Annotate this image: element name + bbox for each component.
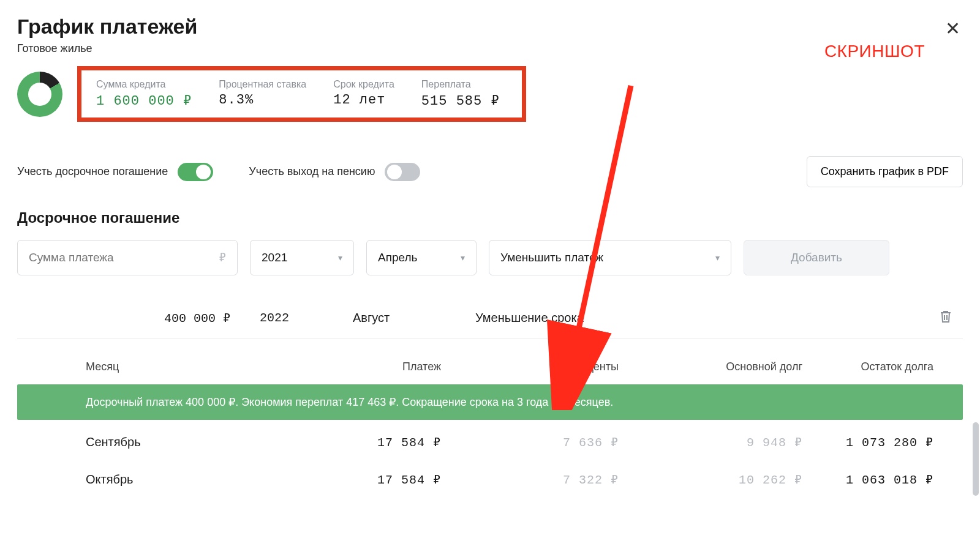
metric-rate: Процентная ставка 8.3% [219,79,306,109]
toggle-early-repayment-field: Учесть досрочное погашение [17,163,213,181]
scrollbar[interactable] [973,422,979,496]
metric-label: Срок кредита [333,79,394,90]
close-icon[interactable]: ✕ [943,17,963,40]
select-value: Уменьшить платеж [500,251,603,264]
prepay-entry-type: Уменьшение срока [475,311,940,325]
page-title: График платежей [17,15,197,39]
input-placeholder: Сумма платежа [29,251,114,264]
cell-interest: 7 636 ₽ [459,435,637,450]
th-month: Месяц [86,360,288,373]
cell-interest: 7 322 ₽ [459,472,637,487]
prepay-entry-amount: 400 000 ₽ [28,310,249,326]
metric-label: Процентная ставка [219,79,306,90]
cell-month: Октябрь [86,472,288,487]
select-value: 2021 [262,251,287,264]
chevron-down-icon: ▾ [461,253,465,263]
prepayment-entry-row: 400 000 ₽ 2022 Август Уменьшение срока [17,310,963,338]
prepay-year-select[interactable]: 2021 ▾ [250,240,354,275]
th-interest: Проценты [459,360,637,373]
page-subtitle: Готовое жилье [17,42,197,55]
table-row: Сентябрь 17 584 ₽ 7 636 ₽ 9 948 ₽ 1 073 … [17,424,963,461]
metric-value: 8.3% [219,92,306,108]
metric-value: 515 585 ₽ [421,92,500,109]
cell-principal: 10 262 ₽ [637,472,821,487]
save-pdf-button[interactable]: Сохранить график в PDF [807,156,963,187]
metric-loan-amount: Сумма кредита 1 600 000 ₽ [96,79,192,109]
cell-payment: 17 584 ₽ [288,472,459,487]
select-value: Апрель [378,251,417,264]
prepayment-section-title: Досрочное погашение [17,209,963,226]
donut-chart-icon [17,72,62,117]
toggle-early-repayment[interactable] [178,163,213,181]
cell-payment: 17 584 ₽ [288,435,459,450]
toggle-label: Учесть выход на пенсию [249,165,375,178]
prepay-month-select[interactable]: Апрель ▾ [366,240,477,275]
cell-month: Сентябрь [86,435,288,449]
toggle-pension[interactable] [385,163,420,181]
th-balance: Остаток долга [821,360,952,373]
cell-balance: 1 063 018 ₽ [821,472,952,487]
prepay-amount-input[interactable]: Сумма платежа ₽ [17,240,238,275]
prepay-entry-year: 2022 [249,311,353,325]
prepay-type-select[interactable]: Уменьшить платеж ▾ [489,240,731,275]
prepay-entry-month: Август [353,311,475,325]
metric-overpay: Переплата 515 585 ₽ [421,79,500,109]
schedule-table: Месяц Платеж Проценты Основной долг Оста… [17,360,963,498]
ruble-icon: ₽ [219,250,226,265]
metric-term: Срок кредита 12 лет [333,79,394,109]
annotation-screenshot-label: СКРИНШОТ [824,42,925,61]
th-payment: Платеж [288,360,459,373]
add-prepayment-button[interactable]: Добавить [744,240,889,275]
metric-label: Переплата [421,79,500,90]
toggle-label: Учесть досрочное погашение [17,165,168,178]
prepayment-savings-banner: Досрочный платеж 400 000 ₽. Экономия пер… [17,384,963,420]
trash-icon[interactable] [940,310,952,326]
toggle-pension-field: Учесть выход на пенсию [249,163,420,181]
cell-principal: 9 948 ₽ [637,435,821,450]
th-principal: Основной долг [637,360,821,373]
chevron-down-icon: ▾ [715,253,720,263]
cell-balance: 1 073 280 ₽ [821,435,952,450]
chevron-down-icon: ▾ [338,253,342,263]
table-header-row: Месяц Платеж Проценты Основной долг Оста… [17,360,963,384]
table-row: Октябрь 17 584 ₽ 7 322 ₽ 10 262 ₽ 1 063 … [17,461,963,498]
loan-summary-box: Сумма кредита 1 600 000 ₽ Процентная ста… [77,66,526,122]
metric-value: 12 лет [333,92,394,108]
metric-label: Сумма кредита [96,79,192,90]
metric-value: 1 600 000 ₽ [96,92,192,109]
